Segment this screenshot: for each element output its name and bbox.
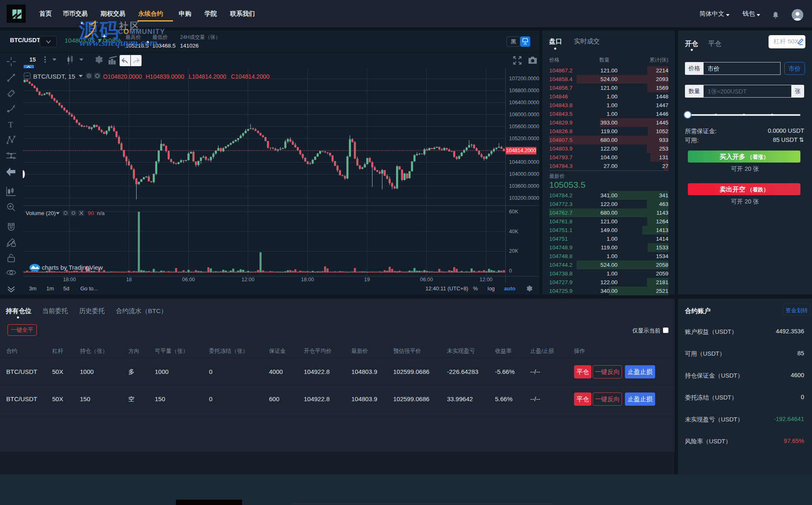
svg-text:106000.0000: 106000.0000	[509, 112, 539, 117]
svg-text:0: 0	[509, 268, 512, 274]
svg-text:106800.0000: 106800.0000	[509, 88, 539, 93]
svg-text:L104814.2000: L104814.2000	[189, 73, 226, 80]
svg-text:18: 18	[126, 277, 132, 282]
svg-text:104814.2000: 104814.2000	[506, 148, 536, 153]
svg-text:12:00: 12:00	[480, 277, 492, 282]
svg-text:BTC/USDT, 15: BTC/USDT, 15	[33, 73, 75, 80]
svg-text:18:00: 18:00	[63, 277, 76, 282]
svg-text:06:00: 06:00	[182, 277, 195, 282]
svg-text:104400.0000: 104400.0000	[509, 159, 539, 165]
svg-text:charts by TradingView: charts by TradingView	[42, 264, 103, 271]
svg-text:103600.0000: 103600.0000	[509, 183, 539, 189]
svg-text:06:00: 06:00	[420, 277, 433, 282]
svg-text:n/a: n/a	[97, 210, 105, 216]
svg-text:12:00: 12:00	[242, 277, 255, 282]
svg-text:O104820.0000: O104820.0000	[103, 73, 142, 80]
svg-text:Volume (20): Volume (20)	[26, 210, 56, 216]
svg-text:106400.0000: 106400.0000	[509, 100, 539, 105]
svg-text:107200.0000: 107200.0000	[509, 76, 539, 81]
svg-text:H104839.0000: H104839.0000	[146, 73, 184, 80]
svg-text:C104814.2000: C104814.2000	[231, 73, 269, 80]
svg-text:19: 19	[364, 277, 370, 282]
svg-text:105200.0000: 105200.0000	[509, 136, 539, 141]
svg-text:60K: 60K	[509, 209, 519, 215]
svg-text:20K: 20K	[509, 248, 519, 254]
svg-text:103200.0000: 103200.0000	[509, 195, 539, 201]
svg-text:18:00: 18:00	[301, 277, 314, 282]
svg-text:90: 90	[88, 210, 94, 216]
svg-text:104000.0000: 104000.0000	[509, 171, 539, 177]
svg-text:40K: 40K	[509, 229, 519, 235]
svg-text:105600.0000: 105600.0000	[509, 124, 539, 129]
